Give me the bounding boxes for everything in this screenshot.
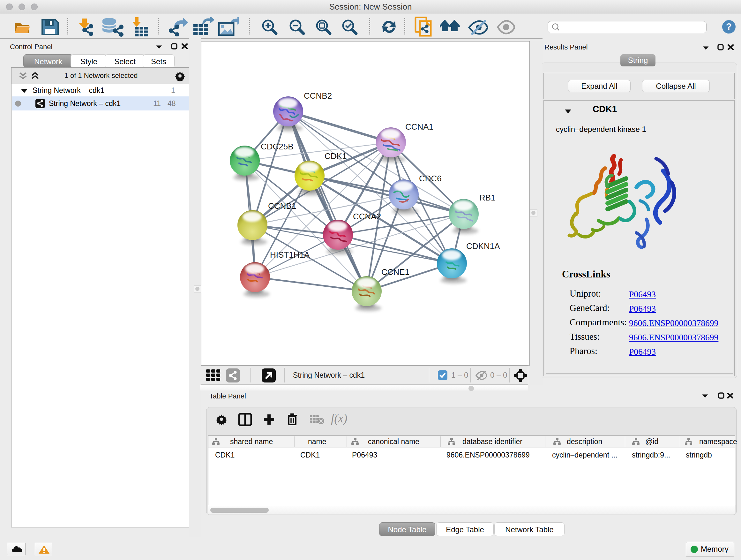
- svg-text:CCNB1: CCNB1: [268, 201, 296, 211]
- svg-text:CCNE1: CCNE1: [381, 267, 409, 277]
- svg-text:CDC6: CDC6: [419, 174, 442, 183]
- svg-text:CDK1: CDK1: [325, 151, 347, 161]
- svg-text:CDKN1A: CDKN1A: [466, 241, 500, 251]
- svg-text:RB1: RB1: [479, 193, 495, 202]
- svg-text:CCNA2: CCNA2: [353, 212, 381, 221]
- svg-text:CCNB2: CCNB2: [304, 91, 332, 101]
- svg-text:?: ?: [726, 21, 732, 32]
- svg-text:CDC25B: CDC25B: [261, 142, 293, 151]
- svg-text:HIST1H1A: HIST1H1A: [270, 250, 310, 260]
- svg-text:CCNA1: CCNA1: [405, 122, 433, 132]
